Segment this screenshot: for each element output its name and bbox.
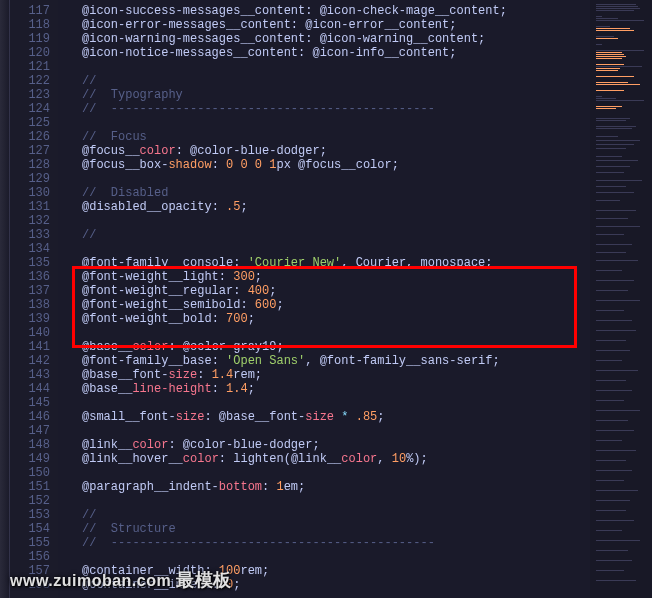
line-number: 140 — [10, 326, 50, 340]
token-num: .85 — [356, 410, 378, 424]
code-line[interactable]: @container__width: 100rem; — [58, 564, 590, 578]
code-line[interactable]: @font-weight__semibold: 600; — [58, 298, 590, 312]
token-punc: ; — [255, 270, 262, 284]
minimap-line — [596, 520, 634, 521]
code-line[interactable] — [58, 326, 590, 340]
code-line[interactable]: @icon-error-messages__content: @icon-err… — [58, 18, 590, 32]
token-var: @base__ — [82, 340, 132, 354]
code-line[interactable]: @font-weight__light: 300; — [58, 270, 590, 284]
minimap-line — [596, 410, 640, 411]
code-line[interactable]: @base__line-height: 1.4; — [58, 382, 590, 396]
token-prop: color — [341, 452, 377, 466]
code-line[interactable]: // — [58, 228, 590, 242]
minimap-line — [596, 540, 640, 541]
code-line[interactable]: @font-weight__regular: 400; — [58, 284, 590, 298]
token-sep: : — [233, 284, 247, 298]
line-number: 139 — [10, 312, 50, 326]
minimap-line — [596, 280, 634, 281]
code-line[interactable]: @font-family__console: 'Courier New', Co… — [58, 256, 590, 270]
code-area[interactable]: @icon-success-messages__content: @icon-c… — [58, 0, 590, 598]
minimap-line — [596, 500, 630, 501]
minimap-line — [596, 136, 618, 137]
code-line[interactable]: // Structure — [58, 522, 590, 536]
minimap-line — [596, 4, 636, 5]
code-line[interactable]: @focus__color: @color-blue-dodger; — [58, 144, 590, 158]
code-line[interactable]: @base__color: @color-gray19; — [58, 340, 590, 354]
token-punc: ( — [284, 452, 291, 466]
token-var: monospace — [421, 256, 486, 270]
code-line[interactable]: // Focus — [58, 130, 590, 144]
minimap-line — [596, 260, 638, 261]
line-number: 124 — [10, 102, 50, 116]
token-sep: : — [219, 270, 233, 284]
code-line[interactable]: @container__indent: 0; — [58, 578, 590, 592]
code-line[interactable] — [58, 60, 590, 74]
minimap-line — [596, 440, 622, 441]
minimap-line — [596, 390, 632, 391]
code-line[interactable]: @icon-notice-messages__content: @icon-in… — [58, 46, 590, 60]
token-num: 0 0 0 1 — [226, 158, 276, 172]
minimap-line — [596, 144, 634, 145]
line-number: 125 — [10, 116, 50, 130]
token-cmt: // Structure — [82, 522, 176, 536]
minimap-line — [596, 290, 628, 291]
minimap-line — [596, 420, 628, 421]
code-line[interactable]: @link__color: @color-blue-dodger; — [58, 438, 590, 452]
token-var: @icon-info__content — [312, 46, 449, 60]
minimap-line — [596, 470, 632, 471]
token-sep: : — [168, 438, 182, 452]
code-line[interactable]: @paragraph__indent-bottom: 1em; — [58, 480, 590, 494]
code-line[interactable] — [58, 396, 590, 410]
code-line[interactable]: // — [58, 74, 590, 88]
token-var: @font-family__console — [82, 256, 233, 270]
minimap-line — [596, 490, 638, 491]
token-sep: : — [219, 452, 233, 466]
minimap-line — [596, 106, 622, 107]
token-sep: : — [305, 32, 319, 46]
code-line[interactable]: @focus__box-shadow: 0 0 0 1px @focus__co… — [58, 158, 590, 172]
code-line[interactable]: @small__font-size: @base__font-size * .8… — [58, 410, 590, 424]
code-line[interactable] — [58, 494, 590, 508]
minimap[interactable] — [590, 0, 652, 598]
token-prop: bottom — [219, 480, 262, 494]
token-prop: size — [176, 410, 205, 424]
token-punc: ; — [298, 480, 305, 494]
token-punc: ; — [377, 410, 384, 424]
code-line[interactable]: @disabled__opacity: .5; — [58, 200, 590, 214]
code-line[interactable]: @icon-success-messages__content: @icon-c… — [58, 4, 590, 18]
minimap-line — [596, 156, 622, 157]
token-var: @base__font- — [219, 410, 305, 424]
token-punc: ; — [492, 354, 499, 368]
code-line[interactable]: // Typography — [58, 88, 590, 102]
minimap-line — [596, 36, 614, 37]
minimap-line — [596, 270, 622, 271]
token-var: @focus__box- — [82, 158, 168, 172]
line-number: 145 — [10, 396, 50, 410]
code-line[interactable] — [58, 172, 590, 186]
minimap-line — [596, 56, 626, 57]
code-line[interactable] — [58, 466, 590, 480]
code-line[interactable] — [58, 242, 590, 256]
code-line[interactable]: @base__font-size: 1.4rem; — [58, 368, 590, 382]
code-line[interactable] — [58, 550, 590, 564]
code-line[interactable] — [58, 424, 590, 438]
code-line[interactable]: // -------------------------------------… — [58, 102, 590, 116]
code-line[interactable]: // Disabled — [58, 186, 590, 200]
code-line[interactable]: @font-weight__bold: 700; — [58, 312, 590, 326]
code-line[interactable]: @link__hover__color: lighten(@link__colo… — [58, 452, 590, 466]
token-punc: ); — [413, 452, 427, 466]
token-punc: ; — [262, 564, 269, 578]
line-number: 118 — [10, 18, 50, 32]
vertical-scrollbar[interactable] — [0, 0, 10, 598]
token-sep: : — [212, 158, 226, 172]
code-line[interactable]: // -------------------------------------… — [58, 536, 590, 550]
token-var: @font-family__base — [82, 354, 212, 368]
code-line[interactable] — [58, 116, 590, 130]
line-number-gutter: 1171181191201211221231241251261271281291… — [10, 0, 58, 598]
code-line[interactable]: // — [58, 508, 590, 522]
code-line[interactable]: @font-family__base: 'Open Sans', @font-f… — [58, 354, 590, 368]
minimap-line — [596, 530, 622, 531]
code-line[interactable] — [58, 214, 590, 228]
code-line[interactable]: @icon-warning-messages__content: @icon-w… — [58, 32, 590, 46]
token-cmt: // — [82, 74, 96, 88]
